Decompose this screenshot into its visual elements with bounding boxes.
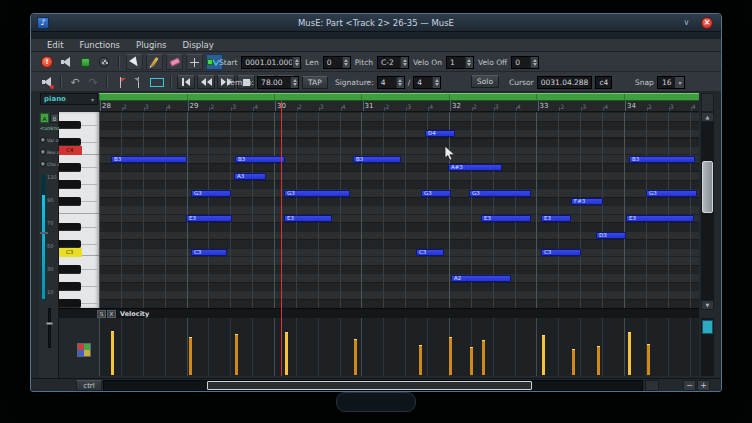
velocity-bar[interactable] xyxy=(111,331,114,375)
piano-key-black[interactable] xyxy=(59,138,81,147)
zoom-in-button[interactable]: + xyxy=(697,380,710,391)
spinner-arrows-icon[interactable] xyxy=(432,77,440,88)
midi-note[interactable]: G3 xyxy=(646,190,697,197)
piano-key-black[interactable] xyxy=(59,197,81,206)
solo-button[interactable]: Solo xyxy=(471,75,499,88)
velocity-bar[interactable] xyxy=(449,337,452,375)
piano-key-highlight-yellow[interactable]: C3 xyxy=(59,248,82,257)
tool-cursor[interactable] xyxy=(186,54,203,70)
velocity-bar[interactable] xyxy=(597,346,600,375)
window-close-button[interactable]: × xyxy=(701,17,713,29)
loop-button[interactable] xyxy=(149,75,165,90)
sig-denominator-spinbox[interactable]: 4 xyxy=(413,76,441,89)
audition-button[interactable] xyxy=(58,55,74,70)
velocity-bar[interactable] xyxy=(189,337,192,375)
spinner-arrows-icon[interactable] xyxy=(290,77,298,88)
midi-note[interactable]: C3 xyxy=(541,249,581,256)
tempo-spinbox[interactable]: 78.00 xyxy=(257,76,299,89)
horizontal-scrollbar-handle[interactable] xyxy=(207,381,532,390)
velocity-bar[interactable] xyxy=(419,345,422,375)
piano-key-black[interactable] xyxy=(59,163,81,172)
scroll-up-button[interactable]: ▲ xyxy=(701,112,714,122)
spinner-arrows-icon[interactable] xyxy=(292,57,300,68)
midi-note[interactable]: A2 xyxy=(451,275,511,282)
variation-send-knob[interactable]: Var off xyxy=(40,135,59,145)
midi-note[interactable]: E3 xyxy=(541,215,571,222)
ctrl-lane-button[interactable]: ctrl xyxy=(76,380,102,391)
fader-handle[interactable] xyxy=(46,322,53,325)
rewind-button[interactable] xyxy=(197,75,215,89)
lane-scrollbar[interactable] xyxy=(701,318,714,376)
undo-button[interactable]: ↶ xyxy=(67,75,83,90)
piano-key-highlight-red[interactable]: C4 xyxy=(59,146,82,155)
midi-note[interactable]: G3 xyxy=(191,190,231,197)
midi-note[interactable]: E3 xyxy=(481,215,531,222)
lane-scrollbar-handle[interactable] xyxy=(702,320,713,334)
midi-note[interactable]: G3 xyxy=(421,190,451,197)
velocity-bar[interactable] xyxy=(572,349,575,375)
menu-edit[interactable]: Edit xyxy=(47,40,63,50)
velocity-bar[interactable] xyxy=(628,332,631,375)
velocity-bar[interactable] xyxy=(285,332,288,375)
lane-x-button[interactable]: X xyxy=(107,310,116,318)
scroll-down-button[interactable]: ▼ xyxy=(701,300,714,310)
spinner-arrows-icon[interactable] xyxy=(465,57,473,68)
sig-numerator-spinbox[interactable]: 4 xyxy=(377,76,405,89)
tap-button[interactable]: TAP xyxy=(302,76,328,89)
window-shade-button[interactable]: ∨ xyxy=(680,16,693,29)
goto-start-button[interactable] xyxy=(177,75,195,89)
tool-pencil[interactable] xyxy=(146,54,163,70)
step-record-button[interactable] xyxy=(77,55,93,70)
velo-off-spinbox[interactable]: 0 xyxy=(511,56,539,69)
start-spinbox[interactable]: 0001.01.000 xyxy=(241,56,301,69)
controller-select-icon[interactable] xyxy=(77,343,91,357)
midi-input-button[interactable] xyxy=(96,55,112,70)
velocity-bar[interactable] xyxy=(470,347,473,375)
spinner-arrows-icon[interactable] xyxy=(396,77,404,88)
panic-button[interactable]: ! xyxy=(39,55,55,70)
midi-note[interactable]: G3 xyxy=(284,190,350,197)
zoom-out-button[interactable]: − xyxy=(683,380,696,391)
len-spinbox[interactable]: 0 xyxy=(323,56,351,69)
reverb-send-knob[interactable]: Rev off xyxy=(40,147,59,157)
piano-key-black[interactable] xyxy=(59,265,81,274)
midi-note[interactable]: C3 xyxy=(416,249,444,256)
piano-key-black[interactable] xyxy=(59,282,81,291)
scroll-widget[interactable] xyxy=(645,380,659,391)
lane-s-button[interactable]: S xyxy=(97,310,106,318)
velo-on-spinbox[interactable]: 1 xyxy=(446,56,474,69)
menu-display[interactable]: Display xyxy=(183,40,214,50)
spinner-arrows-icon[interactable] xyxy=(400,57,408,68)
volume-slider-handle[interactable] xyxy=(40,232,48,234)
piano-keyboard[interactable]: C4C3 xyxy=(59,112,99,308)
spinner-arrows-icon[interactable] xyxy=(530,57,538,68)
midi-note[interactable]: E3 xyxy=(626,215,694,222)
vertical-scrollbar[interactable] xyxy=(701,122,714,300)
piano-key-black[interactable] xyxy=(59,121,81,130)
note-canvas[interactable]: D4B3B3B3A#3B3A3G3G3G3G3G3F#3E3E3E3E3E3D3… xyxy=(99,112,699,308)
midi-note[interactable]: F#3 xyxy=(571,198,603,205)
velocity-bar[interactable] xyxy=(542,335,545,375)
vertical-scrollbar-handle[interactable] xyxy=(702,161,713,213)
timeline-ruler[interactable]: 28234292343023431234322343323434234 xyxy=(99,101,699,112)
punch-out-button[interactable] xyxy=(131,75,147,90)
audition-mute-button[interactable] xyxy=(39,75,55,90)
piano-key-black[interactable] xyxy=(59,223,81,232)
velocity-bar[interactable] xyxy=(354,339,357,375)
tool-pointer[interactable] xyxy=(126,54,143,70)
midi-note[interactable]: E3 xyxy=(186,215,232,222)
midi-note[interactable]: D4 xyxy=(425,130,455,137)
chorus-send-knob[interactable]: Cho off xyxy=(40,159,59,169)
midi-note[interactable]: B3 xyxy=(111,156,187,163)
midi-note[interactable]: C3 xyxy=(191,249,227,256)
instrument-select[interactable]: piano ▾ xyxy=(40,93,98,105)
midi-note[interactable]: B3 xyxy=(353,156,401,163)
strip-b-button[interactable]: B xyxy=(50,113,59,123)
midi-note[interactable]: B3 xyxy=(235,156,285,163)
snap-combobox[interactable]: 16 ▾ xyxy=(657,76,686,89)
titlebar[interactable]: ♪ MusE: Part <Track 2> 26-35 — MusE ∨ × xyxy=(31,14,721,32)
pan-fader[interactable] xyxy=(46,308,53,348)
piano-key-black[interactable] xyxy=(59,299,81,308)
midi-note[interactable]: A#3 xyxy=(448,164,502,171)
redo-button[interactable]: ↷ xyxy=(85,75,101,90)
